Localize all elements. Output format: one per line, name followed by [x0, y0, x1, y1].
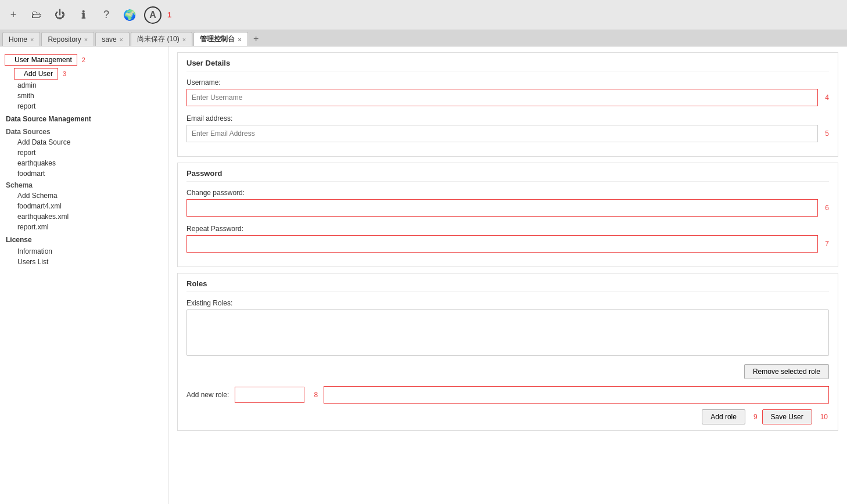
- sidebar-item-users-list[interactable]: Users List: [0, 257, 168, 267]
- sidebar-item-user-management[interactable]: User Management: [5, 54, 77, 66]
- sidebar-item-admin[interactable]: admin: [0, 80, 168, 91]
- username-label: Username:: [186, 78, 829, 87]
- tab-unsaved-label: 尚未保存 (10): [137, 34, 180, 44]
- tabs-bar: Home × Repository × save × 尚未保存 (10) × 管…: [0, 30, 847, 46]
- sidebar-item-schema-report[interactable]: report.xml: [0, 222, 168, 232]
- info-icon[interactable]: ℹ: [74, 6, 92, 24]
- add-role-number: 9: [753, 413, 758, 421]
- user-management-number: 2: [82, 56, 85, 63]
- user-details-section: User Details Username: 4 Email address: …: [177, 52, 838, 157]
- sidebar-item-report[interactable]: report: [0, 101, 168, 111]
- license-label: License: [0, 232, 168, 246]
- user-details-title: User Details: [186, 59, 829, 71]
- add-user-label: Add User: [24, 70, 53, 78]
- tab-repository-close[interactable]: ×: [84, 36, 88, 43]
- open-icon[interactable]: 🗁: [28, 6, 45, 24]
- save-user-number: 10: [820, 413, 828, 421]
- tab-repository[interactable]: Repository ×: [41, 32, 94, 46]
- tab-home-label: Home: [9, 35, 27, 44]
- content-area: User Details Username: 4 Email address: …: [168, 46, 847, 504]
- tab-admin-console-close[interactable]: ×: [238, 36, 241, 43]
- repeat-password-input[interactable]: [186, 235, 818, 253]
- repeat-password-number: 7: [825, 240, 829, 248]
- sidebar-item-ds-foodmart[interactable]: foodmart: [0, 168, 168, 179]
- roles-section: Roles Existing Roles: Remove selected ro…: [177, 273, 838, 431]
- sidebar-item-add-user[interactable]: Add User: [14, 68, 58, 80]
- tab-save[interactable]: save ×: [95, 32, 130, 46]
- repeat-password-field-group: Repeat Password: 7: [186, 225, 829, 253]
- add-new-role-number: 8: [314, 391, 318, 399]
- data-sources-label: Data Sources: [0, 125, 168, 137]
- add-new-role-full-input[interactable]: [324, 386, 829, 404]
- tab-admin-console[interactable]: 管理控制台 ×: [193, 32, 247, 46]
- save-user-button[interactable]: Save User: [762, 409, 812, 424]
- add-new-role-label: Add new role:: [186, 391, 229, 399]
- change-password-input[interactable]: [186, 199, 818, 217]
- new-icon[interactable]: +: [5, 6, 22, 24]
- power-icon[interactable]: ⏻: [51, 6, 69, 24]
- sidebar: User Management 2 Add User 3 admin smith…: [0, 46, 168, 504]
- tab-add-button[interactable]: +: [249, 32, 263, 46]
- roles-title: Roles: [186, 279, 829, 292]
- existing-roles-listbox[interactable]: [186, 309, 829, 356]
- sidebar-item-schema-foodmart4[interactable]: foodmart4.xml: [0, 201, 168, 211]
- sidebar-item-information[interactable]: Information: [0, 246, 168, 257]
- sidebar-item-add-schema[interactable]: Add Schema: [0, 190, 168, 201]
- email-label: Email address:: [186, 114, 829, 123]
- email-number: 5: [825, 129, 829, 138]
- toolbar-number: 1: [167, 10, 171, 19]
- add-user-number: 3: [63, 70, 66, 77]
- email-input[interactable]: [186, 125, 818, 142]
- change-password-field-group: Change password: 6: [186, 189, 829, 217]
- username-number: 4: [825, 93, 829, 102]
- account-icon[interactable]: A: [144, 6, 161, 24]
- password-title: Password: [186, 169, 829, 182]
- sidebar-item-schema-earthquakes[interactable]: earthquakes.xml: [0, 211, 168, 222]
- help-icon[interactable]: ?: [98, 6, 115, 24]
- tab-unsaved[interactable]: 尚未保存 (10) ×: [131, 32, 192, 46]
- tab-admin-console-label: 管理控制台: [200, 34, 235, 44]
- toolbar: + 🗁 ⏻ ℹ ? 🌍 A 1: [0, 0, 847, 30]
- tab-unsaved-close[interactable]: ×: [182, 36, 186, 43]
- user-management-label: User Management: [15, 56, 72, 64]
- tab-save-close[interactable]: ×: [120, 36, 123, 43]
- username-input[interactable]: [186, 89, 818, 106]
- add-role-row: Add new role: 8: [186, 386, 829, 404]
- tab-save-label: save: [102, 35, 116, 44]
- repeat-password-label: Repeat Password:: [186, 225, 829, 233]
- schema-label: Schema: [0, 179, 168, 190]
- change-password-number: 6: [825, 204, 829, 212]
- sidebar-item-add-datasource[interactable]: Add Data Source: [0, 137, 168, 147]
- change-password-label: Change password:: [186, 189, 829, 197]
- sidebar-item-ds-report[interactable]: report: [0, 147, 168, 158]
- remove-selected-role-button[interactable]: Remove selected role: [744, 364, 829, 379]
- remove-role-row: Remove selected role: [186, 364, 829, 379]
- add-role-button[interactable]: Add role: [702, 409, 745, 424]
- add-new-role-input[interactable]: [235, 387, 304, 403]
- sidebar-item-ds-earthquakes[interactable]: earthquakes: [0, 158, 168, 168]
- email-field-group: Email address: 5: [186, 114, 829, 142]
- sidebar-item-smith[interactable]: smith: [0, 91, 168, 101]
- save-row: Add role 9 Save User 10: [186, 409, 829, 424]
- tab-repository-label: Repository: [48, 35, 81, 44]
- tab-home-close[interactable]: ×: [30, 36, 34, 43]
- existing-roles-label: Existing Roles:: [186, 299, 829, 307]
- username-field-group: Username: 4: [186, 78, 829, 106]
- password-section: Password Change password: 6 Repeat Passw…: [177, 163, 838, 267]
- data-source-management-label: Data Source Management: [0, 111, 168, 125]
- existing-roles-group: Existing Roles:: [186, 299, 829, 356]
- globe-icon[interactable]: 🌍: [121, 6, 138, 24]
- tab-home[interactable]: Home ×: [2, 32, 40, 46]
- main-layout: User Management 2 Add User 3 admin smith…: [0, 46, 847, 504]
